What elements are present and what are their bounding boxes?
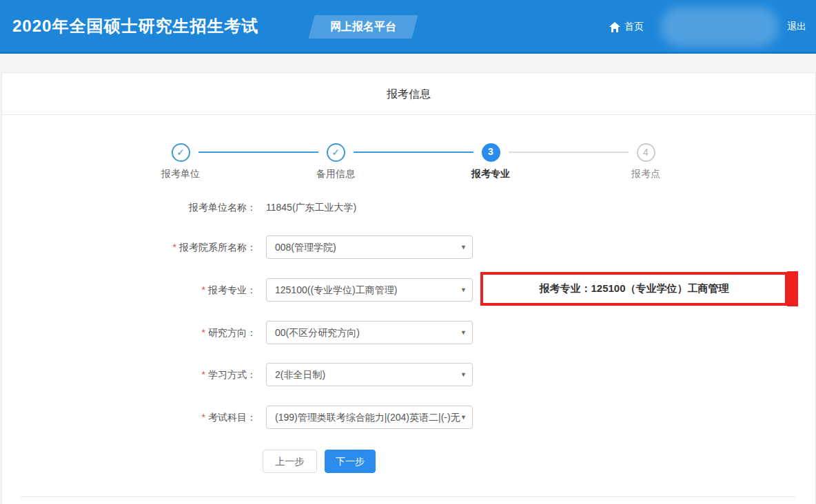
chevron-down-icon: ▼: [460, 279, 467, 301]
home-link[interactable]: 首页: [609, 21, 644, 33]
required-asterisk: *: [202, 412, 205, 423]
department-select-value: 008(管理学院): [275, 242, 336, 253]
unit-name-value: 11845(广东工业大学): [266, 202, 356, 214]
prev-step-button[interactable]: 上一步: [263, 450, 317, 473]
check-circle-icon: ✓: [327, 143, 345, 162]
exam-subjects-label: *考试科目：: [0, 412, 256, 424]
study-mode-select[interactable]: 2(非全日制) ▼: [266, 363, 473, 386]
required-asterisk: *: [202, 327, 205, 338]
exam-subjects-select[interactable]: (199)管理类联考综合能力|(204)英语二|(-)无 ▼: [266, 406, 473, 429]
unit-name-label: 报考单位名称：: [0, 202, 256, 214]
required-asterisk: *: [202, 284, 205, 295]
chevron-down-icon: ▼: [460, 406, 467, 428]
research-direction-select-value: 00(不区分研究方向): [275, 327, 360, 338]
required-asterisk: *: [173, 242, 176, 253]
step-number-circle: 3: [482, 143, 500, 162]
user-info-redacted: [660, 7, 779, 47]
home-link-label: 首页: [624, 21, 644, 33]
step-baokao-danwei: ✓ 报考单位: [125, 143, 236, 180]
required-asterisk: *: [202, 369, 205, 380]
header-nav: 首页 退出: [609, 0, 806, 54]
step-baokao-dian: 4 报考点: [591, 143, 701, 180]
next-step-button[interactable]: 下一步: [325, 450, 376, 473]
major-highlight-text: 报考专业：125100（专业学位）工商管理: [539, 282, 728, 295]
platform-badge-label: 网上报名平台: [312, 15, 415, 39]
chevron-down-icon: ▼: [460, 236, 467, 258]
research-direction-label: *研究方向：: [0, 327, 256, 339]
major-highlight-annotation: 报考专业：125100（专业学位）工商管理: [480, 272, 788, 306]
major-highlight-bar: [787, 271, 798, 306]
step-label: 报考单位: [125, 168, 236, 180]
major-select-value: 125100((专业学位)工商管理): [275, 284, 397, 295]
page-title: 报考信息: [2, 73, 815, 115]
step-number-circle: 4: [637, 143, 655, 162]
step-label: 报考专业: [436, 168, 546, 180]
department-label: *报考院系所名称：: [0, 242, 256, 254]
study-mode-select-value: 2(非全日制): [275, 369, 325, 380]
bottom-divider: [21, 496, 795, 497]
study-mode-label: *学习方式：: [0, 369, 256, 381]
app-window: 2020年全国硕士研究生招生考试 网上报名平台 首页 退出 报考信息 ✓ 报考单…: [0, 0, 816, 504]
home-icon: [609, 22, 620, 32]
site-title: 2020年全国硕士研究生招生考试: [12, 15, 258, 37]
chevron-down-icon: ▼: [460, 364, 467, 386]
step-baokao-zhuanye: 3 报考专业: [436, 143, 546, 180]
major-select[interactable]: 125100((专业学位)工商管理) ▼: [266, 278, 473, 302]
step-label: 报考点: [591, 168, 701, 180]
platform-badge: 网上报名平台: [308, 15, 418, 39]
major-label: *报考专业：: [0, 284, 256, 297]
top-header: 2020年全国硕士研究生招生考试 网上报名平台 首页 退出: [0, 0, 816, 54]
step-beiyong-xinxi: ✓ 备用信息: [280, 143, 391, 180]
research-direction-select[interactable]: 00(不区分研究方向) ▼: [266, 321, 473, 344]
check-circle-icon: ✓: [172, 143, 190, 162]
logout-link[interactable]: 退出: [787, 21, 806, 33]
department-select[interactable]: 008(管理学院) ▼: [266, 235, 473, 259]
exam-subjects-select-value: (199)管理类联考综合能力|(204)英语二|(-)无: [275, 412, 460, 423]
chevron-down-icon: ▼: [460, 322, 467, 344]
step-label: 备用信息: [280, 168, 391, 180]
